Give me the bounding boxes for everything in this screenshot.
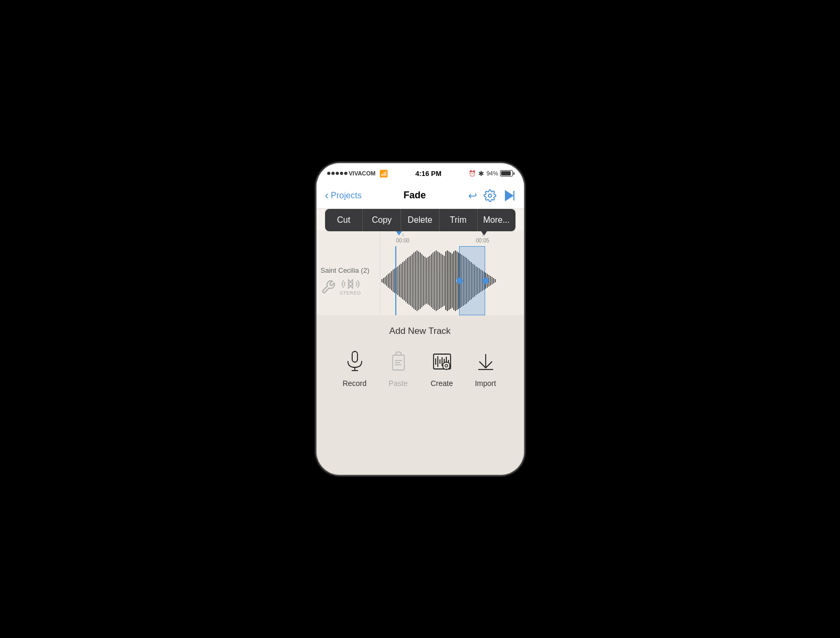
wifi-icon: 📶 <box>379 170 388 178</box>
signal-dot-1 <box>327 172 330 175</box>
svg-rect-42 <box>444 256 445 306</box>
selection-handle-right[interactable] <box>483 278 489 284</box>
settings-icon[interactable] <box>484 189 496 202</box>
svg-rect-31 <box>426 258 427 304</box>
alarm-icon: ⏰ <box>469 170 476 177</box>
svg-rect-72 <box>492 277 493 284</box>
paste-icon <box>385 347 412 375</box>
back-label: Projects <box>331 191 362 200</box>
stereo-label: STEREO <box>340 290 361 296</box>
svg-rect-8 <box>389 273 390 289</box>
svg-rect-19 <box>407 258 408 304</box>
svg-rect-43 <box>445 251 446 310</box>
play-icon[interactable] <box>503 189 515 202</box>
status-time: 4:16 PM <box>415 170 442 178</box>
svg-rect-16 <box>402 262 403 299</box>
create-icon <box>428 347 456 375</box>
svg-rect-3 <box>381 279 382 282</box>
delete-button[interactable]: Delete <box>401 209 439 231</box>
svg-rect-20 <box>409 257 410 305</box>
svg-rect-73 <box>493 278 494 283</box>
copy-button[interactable]: Copy <box>363 209 401 231</box>
undo-button[interactable]: ↩ <box>468 189 477 202</box>
status-bar: VIVACOM 📶 4:16 PM ⏰ ✱ 94% <box>317 163 524 182</box>
svg-rect-22 <box>412 254 413 307</box>
signal-dots <box>327 172 347 175</box>
signal-dot-4 <box>340 172 343 175</box>
svg-rect-7 <box>388 274 389 288</box>
more-button[interactable]: More... <box>478 209 515 231</box>
svg-rect-27 <box>420 253 421 309</box>
add-track-buttons: Record Paste <box>327 347 513 388</box>
svg-point-90 <box>443 362 450 370</box>
selection-highlight <box>459 246 485 315</box>
svg-rect-75 <box>352 351 357 362</box>
svg-rect-29 <box>423 256 424 306</box>
carrier-name: VIVACOM <box>349 170 376 177</box>
svg-rect-4 <box>383 278 384 283</box>
signal-dot-5 <box>344 172 347 175</box>
svg-rect-38 <box>437 251 438 310</box>
svg-rect-25 <box>417 250 418 311</box>
create-button[interactable]: Create <box>428 347 456 388</box>
bluetooth-icon: ✱ <box>478 170 484 178</box>
import-button[interactable]: Import <box>472 347 500 388</box>
status-left: VIVACOM 📶 <box>327 170 388 178</box>
phone-frame: VIVACOM 📶 4:16 PM ⏰ ✱ 94% Projects Fade … <box>317 163 524 475</box>
svg-point-0 <box>488 194 492 197</box>
svg-rect-30 <box>425 257 426 305</box>
paste-button[interactable]: Paste <box>385 347 412 388</box>
record-icon <box>341 347 369 375</box>
svg-marker-1 <box>505 191 513 200</box>
nav-title: Fade <box>362 190 468 201</box>
import-label: Import <box>475 379 496 388</box>
svg-rect-47 <box>452 254 453 308</box>
svg-rect-10 <box>393 270 394 292</box>
cut-button[interactable]: Cut <box>325 209 363 231</box>
svg-rect-33 <box>429 256 430 306</box>
svg-rect-18 <box>405 259 406 302</box>
svg-rect-74 <box>495 279 496 282</box>
nav-actions: ↩ <box>468 189 515 202</box>
nav-bar: Projects Fade ↩ <box>317 182 524 209</box>
back-button[interactable]: Projects <box>325 189 362 203</box>
svg-rect-34 <box>431 254 432 307</box>
svg-rect-15 <box>401 264 402 298</box>
status-right: ⏰ ✱ 94% <box>469 170 513 178</box>
svg-rect-13 <box>397 266 398 295</box>
create-label: Create <box>430 379 453 388</box>
svg-rect-14 <box>399 265 400 297</box>
track-buttons: STEREO <box>321 279 376 296</box>
record-label: Record <box>343 379 367 388</box>
svg-rect-46 <box>450 253 451 309</box>
settings-wrench-icon[interactable] <box>321 280 336 295</box>
svg-rect-39 <box>439 253 440 309</box>
svg-rect-24 <box>415 251 416 310</box>
svg-rect-41 <box>442 255 443 307</box>
svg-rect-35 <box>433 253 434 309</box>
trim-button[interactable]: Trim <box>439 209 478 231</box>
svg-rect-5 <box>385 277 386 284</box>
record-button[interactable]: Record <box>341 347 369 388</box>
svg-rect-6 <box>386 275 387 286</box>
svg-rect-48 <box>453 251 454 310</box>
track-area: 00:00 00:05 Saint Cecilia (2) <box>317 230 524 315</box>
track-controls: Saint Cecilia (2) <box>317 246 380 315</box>
svg-rect-26 <box>418 251 419 310</box>
battery-percent: 94% <box>486 170 498 177</box>
svg-rect-44 <box>447 250 448 311</box>
waveform-area[interactable] <box>380 246 524 315</box>
signal-dot-3 <box>336 172 339 175</box>
track-name: Saint Cecilia (2) <box>321 266 376 274</box>
add-track-area: Add New Track Record <box>317 315 524 475</box>
svg-rect-9 <box>391 271 392 290</box>
svg-rect-17 <box>404 261 405 300</box>
svg-rect-21 <box>410 256 411 306</box>
selection-handle-left[interactable] <box>456 278 463 284</box>
battery-icon <box>500 170 513 177</box>
svg-rect-28 <box>421 254 422 307</box>
stereo-control[interactable]: STEREO <box>340 279 361 296</box>
svg-rect-32 <box>428 257 429 305</box>
import-icon <box>472 347 500 375</box>
context-menu: Cut Copy Delete Trim More... <box>325 209 515 231</box>
